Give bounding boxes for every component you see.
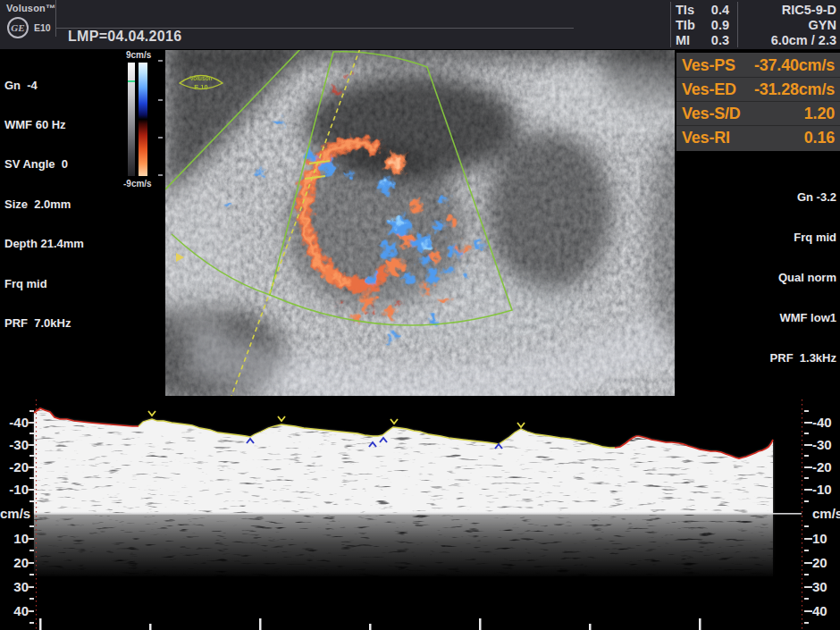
ge-logo-icon: GE	[7, 17, 29, 38]
b-mode-color-doppler-image: Voluson E 10	[165, 50, 675, 398]
meas-value: -37.40cm/s	[754, 56, 835, 75]
colorbar-min-label: -9cm/s	[123, 179, 152, 189]
tib-value: 0.9	[711, 18, 729, 33]
ultrasound-screen: Voluson™ GE E10 LMP=04.04.2016 TIs 0.4 T…	[0, 0, 840, 630]
top-status-bar: Voluson™ GE E10 LMP=04.04.2016 TIs 0.4 T…	[0, 0, 840, 49]
axis-label-right: -30	[812, 437, 840, 452]
dparam-qual: Qual norm	[770, 271, 836, 284]
axis-label-left: 30	[0, 579, 29, 594]
tib-label: TIb	[676, 18, 695, 33]
ti-bone-row: TIb 0.9	[676, 18, 729, 33]
divider	[55, 0, 56, 37]
measurement-results-panel: Ves-PS -37.40cm/s Ves-ED -31.28cm/s Ves-…	[676, 53, 840, 151]
measurement-row: Ves-S/D 1.20	[676, 102, 840, 126]
tis-label: TIs	[676, 3, 694, 18]
probe-name[interactable]: RIC5-9-D	[782, 3, 836, 17]
axis-label-right: 20	[812, 555, 840, 570]
axis-unit-left: cm/s	[0, 506, 29, 521]
meas-label: Ves-PS	[682, 56, 735, 75]
depth-scale-tick	[158, 137, 163, 139]
brand-name: Voluson™	[6, 3, 55, 13]
meas-label: Ves-RI	[682, 129, 730, 147]
param-gain: Gn -4	[4, 80, 84, 93]
axis-label-right: -20	[812, 459, 840, 475]
patient-lmp-field[interactable]: LMP=04.04.2016	[68, 29, 181, 45]
depth-frequency: 6.0cm / 2.3	[771, 33, 836, 47]
meas-label: Ves-ED	[682, 80, 736, 99]
meas-value: 1.20	[804, 105, 835, 123]
axis-label-right: 30	[812, 579, 840, 594]
baseline[interactable]	[34, 513, 802, 515]
axis-label-left: -10	[0, 482, 29, 497]
probe-logo-text1: Voluson	[189, 75, 212, 81]
axis-label-right: 10	[812, 531, 840, 546]
dparam-wmf: WMF low1	[770, 311, 836, 324]
system-model: E10	[34, 22, 51, 33]
dparam-prf: PRF 1.3kHz	[770, 351, 836, 365]
bmode-parameter-list: Gn -4 WMF 60 Hz SV Angle 0 Size 2.0mm De…	[4, 53, 84, 357]
spectral-doppler-display: -40 -30 -20 -10 cm/s 10 20 30 40 -40 -30…	[0, 396, 840, 630]
param-prf: PRF 7.0kHz	[4, 317, 84, 331]
axis-label-left: -40	[0, 415, 29, 430]
colorbar-max-label: 9cm/s	[126, 50, 151, 60]
param-frq: Frq mid	[4, 278, 84, 291]
axis-unit-right: cm/s	[812, 506, 840, 521]
meas-label: Ves-S/D	[682, 105, 741, 123]
mi-label: MI	[676, 33, 690, 48]
ti-soft-row: TIs 0.4	[676, 3, 729, 18]
grayscale-bar-marker	[128, 80, 135, 82]
param-size: Size 2.0mm	[4, 198, 84, 212]
param-sv-angle: SV Angle 0	[4, 158, 84, 172]
axis-label-left: -30	[0, 437, 29, 452]
dparam-frq: Frq mid	[770, 231, 836, 244]
doppler-parameter-list: Gn -3.2 Frq mid Qual norm WMF low1 PRF 1…	[770, 164, 836, 391]
tis-value: 0.4	[711, 3, 729, 18]
probe-logo-text2: E 10	[194, 83, 207, 91]
param-wmf: WMF 60 Hz	[4, 119, 84, 132]
application-preset[interactable]: GYN	[809, 18, 836, 32]
depth-scale-tick	[158, 99, 163, 101]
measurement-row: Ves-PS -37.40cm/s	[676, 54, 840, 78]
axis-label-left: -20	[0, 459, 29, 475]
mi-row: MI 0.3	[676, 33, 729, 48]
param-depth: Depth 21.4mm	[4, 238, 84, 251]
meas-value: 0.16	[804, 129, 835, 147]
divider	[737, 2, 738, 47]
axis-label-left: 10	[0, 531, 29, 546]
spectral-waveform	[0, 396, 840, 630]
axis-label-right: -40	[812, 415, 840, 430]
depth-scale-tick	[158, 174, 163, 176]
axis-label-right: -10	[812, 482, 840, 497]
divider	[670, 2, 671, 47]
axis-label-left: 20	[0, 555, 29, 570]
axis-label-right: 40	[812, 603, 840, 618]
dparam-gain: Gn -3.2	[770, 190, 836, 204]
depth-scale-tick	[158, 60, 163, 62]
measurement-row: Ves-RI 0.16	[676, 126, 840, 150]
below-baseline-noise	[34, 514, 773, 576]
axis-label-left: 40	[0, 603, 29, 618]
mi-value: 0.3	[711, 33, 729, 48]
meas-value: -31.28cm/s	[754, 80, 835, 99]
color-velocity-bar	[139, 63, 147, 176]
measurement-row: Ves-ED -31.28cm/s	[676, 78, 840, 102]
